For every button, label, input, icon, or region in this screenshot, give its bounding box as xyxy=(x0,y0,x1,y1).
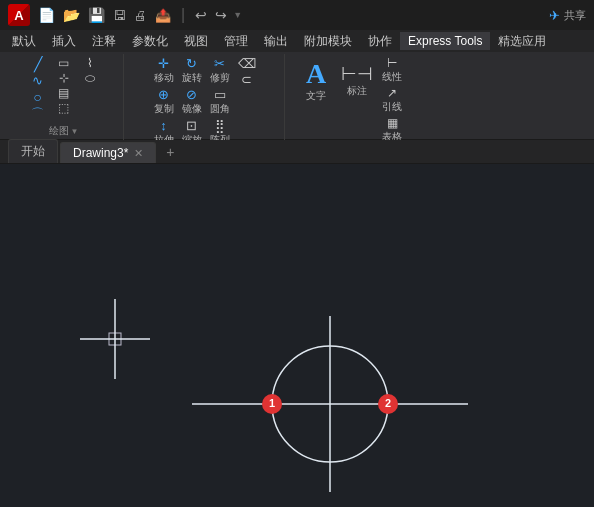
annotate-col: ⊢ 线性 ↗ 引线 ▦ 表格 xyxy=(379,56,405,145)
ribbon-group-modify: ✛ 移动 ⊕ 复制 ↕ 拉伸 ↻ xyxy=(125,54,285,140)
menu-featured[interactable]: 精选应用 xyxy=(490,31,554,52)
tab-start-label: 开始 xyxy=(21,143,45,160)
array-icon: ⣿ xyxy=(215,119,225,132)
share-icon: ✈ xyxy=(549,8,560,23)
app-wrapper: A 📄 📂 💾 🖫 🖨 📤 | ↩ ↪ ▼ ✈ 共享 默认 插入 注释 参数化 … xyxy=(0,0,594,507)
table-icon: ▦ xyxy=(387,117,398,129)
ribbon: ╱ ∿ ○ ⌒ ▭ xyxy=(0,52,594,140)
tab-add-button[interactable]: + xyxy=(158,141,182,163)
print-icon[interactable]: 🖨 xyxy=(132,8,149,23)
tab-drawing3[interactable]: Drawing3* ✕ xyxy=(60,142,156,163)
polyline-button[interactable]: ∿ xyxy=(26,73,50,88)
undo-dropdown-icon[interactable]: ▼ xyxy=(233,10,242,20)
scale-icon: ⊡ xyxy=(186,119,197,132)
ellipse-button[interactable]: ⬭ xyxy=(78,71,102,85)
spline-icon: ⌇ xyxy=(87,57,93,69)
hatch-button[interactable]: ⊹ xyxy=(52,71,76,85)
canvas-area[interactable]: [-][俯视]二维线框 xyxy=(0,164,594,507)
menu-addons[interactable]: 附加模块 xyxy=(296,31,360,52)
explode-icon: ⊂ xyxy=(241,73,252,86)
copy-icon: ⊕ xyxy=(158,88,169,101)
circle-button[interactable]: ○ xyxy=(26,89,50,105)
menu-bar: 默认 插入 注释 参数化 视图 管理 输出 附加模块 协作 Express To… xyxy=(0,30,594,52)
ribbon-tabs: ╱ ∿ ○ ⌒ ▭ xyxy=(0,52,594,140)
gradient-icon: ▤ xyxy=(58,87,69,99)
boundary-button[interactable]: ⬚ xyxy=(52,101,76,115)
tab-drawing3-label: Drawing3* xyxy=(73,146,128,160)
modify-col1: ✛ 移动 ⊕ 复制 ↕ 拉伸 xyxy=(151,56,177,148)
ribbon-group-annotate: A 文字 ⊢⊣ 标注 ⊢ 线性 ↗ 引线 xyxy=(286,54,416,140)
rotate-icon: ↻ xyxy=(186,57,197,70)
saveas-icon[interactable]: 🖫 xyxy=(111,8,128,23)
spline-button[interactable]: ⌇ xyxy=(78,56,102,70)
erase-button[interactable]: ⌫ xyxy=(235,56,259,71)
circle-icon: ○ xyxy=(33,90,41,104)
text-icon: A xyxy=(306,60,326,88)
annotate-buttons: A 文字 ⊢⊣ 标注 ⊢ 线性 ↗ 引线 xyxy=(297,56,405,145)
explode-button[interactable]: ⊂ xyxy=(235,72,259,87)
draw-buttons: ╱ ∿ ○ ⌒ ▭ xyxy=(26,56,102,122)
menu-collaborate[interactable]: 协作 xyxy=(360,31,400,52)
dimension-icon: ⊢⊣ xyxy=(341,65,373,83)
draw-group-label: 绘图 ▼ xyxy=(8,122,119,138)
boundary-icon: ⬚ xyxy=(58,102,69,114)
drawing-canvas[interactable] xyxy=(0,164,594,507)
modify-col4: ⌫ ⊂ xyxy=(235,56,259,87)
trim-button[interactable]: ✂ 修剪 xyxy=(207,56,233,86)
tab-close-icon[interactable]: ✕ xyxy=(134,147,143,160)
arc-button[interactable]: ⌒ xyxy=(26,106,50,121)
dimension-button[interactable]: ⊢⊣ 标注 xyxy=(337,56,377,106)
move-icon: ✛ xyxy=(158,57,169,70)
fillet-icon: ▭ xyxy=(214,88,226,101)
app-logo: A xyxy=(8,4,30,26)
hatch-icon: ⊹ xyxy=(59,72,69,84)
rect-button[interactable]: ▭ xyxy=(52,56,76,70)
move-button[interactable]: ✛ 移动 xyxy=(151,56,177,86)
share-label: 共享 xyxy=(564,8,586,23)
modify-col2: ↻ 旋转 ⊘ 镜像 ⊡ 缩放 xyxy=(179,56,205,148)
fillet-button[interactable]: ▭ 圆角 xyxy=(207,87,233,117)
stretch-icon: ↕ xyxy=(160,119,167,132)
modify-buttons: ✛ 移动 ⊕ 复制 ↕ 拉伸 ↻ xyxy=(151,56,259,148)
menu-default[interactable]: 默认 xyxy=(4,31,44,52)
trim-icon: ✂ xyxy=(214,57,225,70)
erase-icon: ⌫ xyxy=(238,57,256,70)
line-button[interactable]: ╱ xyxy=(26,56,50,72)
ellipse-icon: ⬭ xyxy=(85,72,95,84)
menu-manage[interactable]: 管理 xyxy=(216,31,256,52)
rect-icon: ▭ xyxy=(58,57,69,69)
line-icon: ╱ xyxy=(34,57,42,71)
menu-annotate[interactable]: 注释 xyxy=(84,31,124,52)
publish-icon[interactable]: 📤 xyxy=(153,8,173,23)
save-icon[interactable]: 💾 xyxy=(86,7,107,23)
ribbon-group-draw: ╱ ∿ ○ ⌒ ▭ xyxy=(4,54,124,140)
mirror-icon: ⊘ xyxy=(186,88,197,101)
linear-dim-icon: ⊢ xyxy=(387,57,397,69)
linear-dim-button[interactable]: ⊢ 线性 xyxy=(379,56,405,85)
undo-icon[interactable]: ↩ xyxy=(193,7,209,23)
draw-chevron[interactable]: ▼ xyxy=(71,127,79,136)
title-bar: A 📄 📂 💾 🖫 🖨 📤 | ↩ ↪ ▼ ✈ 共享 xyxy=(0,0,594,30)
rotate-button[interactable]: ↻ 旋转 xyxy=(179,56,205,86)
menu-parametric[interactable]: 参数化 xyxy=(124,31,176,52)
title-share[interactable]: ✈ 共享 xyxy=(549,8,586,23)
menu-output[interactable]: 输出 xyxy=(256,31,296,52)
gradient-button[interactable]: ▤ xyxy=(52,86,76,100)
arc-icon: ⌒ xyxy=(31,107,44,120)
draw-col1: ╱ ∿ ○ ⌒ xyxy=(26,56,50,121)
copy-button[interactable]: ⊕ 复制 xyxy=(151,87,177,117)
menu-view[interactable]: 视图 xyxy=(176,31,216,52)
menu-express-tools[interactable]: Express Tools xyxy=(400,32,490,50)
draw-col3: ⌇ ⬭ xyxy=(78,56,102,85)
title-icons: 📄 📂 💾 🖫 🖨 📤 | ↩ ↪ ▼ xyxy=(36,6,543,24)
modify-col3: ✂ 修剪 ▭ 圆角 ⣿ 阵列 xyxy=(207,56,233,148)
new-icon[interactable]: 📄 xyxy=(36,7,57,23)
open-icon[interactable]: 📂 xyxy=(61,7,82,23)
mirror-button[interactable]: ⊘ 镜像 xyxy=(179,87,205,117)
text-button[interactable]: A 文字 xyxy=(297,56,335,107)
tab-start[interactable]: 开始 xyxy=(8,139,58,163)
polyline-icon: ∿ xyxy=(32,74,43,87)
redo-icon[interactable]: ↪ xyxy=(213,7,229,23)
leader-button[interactable]: ↗ 引线 xyxy=(379,86,405,115)
menu-insert[interactable]: 插入 xyxy=(44,31,84,52)
